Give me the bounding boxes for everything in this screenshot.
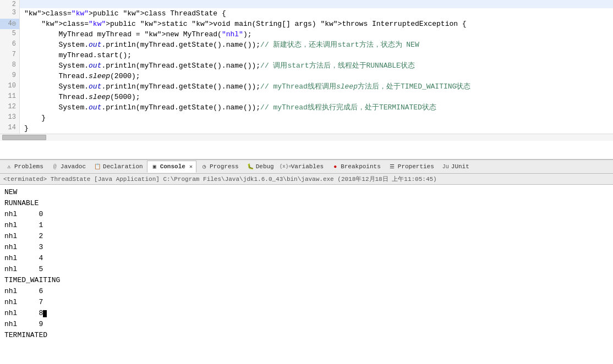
code-content: System.out.println(myThread.getState().n… bbox=[20, 40, 613, 50]
line-number: 4◎ bbox=[0, 19, 20, 29]
code-content: MyThread myThread = "kw">new MyThread("n… bbox=[20, 29, 613, 40]
line-number: 14 bbox=[0, 123, 20, 134]
code-row: 7 myThread.start(); bbox=[0, 50, 613, 60]
progress-tab-icon: ◷ bbox=[200, 163, 208, 170]
code-content bbox=[20, 0, 613, 8]
code-row: 10 System.out.println(myThread.getState(… bbox=[0, 81, 613, 92]
variables-tab-icon: (x)= bbox=[282, 163, 289, 170]
tab-properties[interactable]: ☰Properties bbox=[385, 161, 438, 173]
code-content: Thread.sleep(2000); bbox=[20, 71, 613, 81]
tab-breakpoints[interactable]: ●Breakpoints bbox=[327, 161, 385, 173]
tab-junit[interactable]: JuJUnit bbox=[438, 161, 473, 173]
line-number: 3 bbox=[0, 8, 20, 19]
code-row: 2 bbox=[0, 0, 613, 8]
code-row: 14} bbox=[0, 123, 613, 134]
line-number: 13 bbox=[0, 113, 20, 123]
console-tab-label: Console bbox=[160, 163, 185, 170]
tab-javadoc[interactable]: @Javadoc bbox=[47, 161, 90, 173]
code-content: "kw">class="kw">public "kw">static "kw">… bbox=[20, 19, 613, 29]
console-line: nhl 1 bbox=[4, 220, 609, 231]
code-content: System.out.println(myThread.getState().n… bbox=[20, 60, 613, 71]
horizontal-scrollbar[interactable] bbox=[0, 134, 613, 141]
code-content: } bbox=[20, 113, 613, 123]
javadoc-tab-label: Javadoc bbox=[61, 163, 86, 170]
progress-tab-label: Progress bbox=[210, 163, 239, 170]
line-number: 10 bbox=[0, 81, 20, 92]
variables-tab-label: Variables bbox=[291, 163, 324, 170]
tab-debug[interactable]: 🐛Debug bbox=[243, 161, 278, 173]
debug-tab-icon: 🐛 bbox=[247, 163, 254, 170]
console-line: nhl 0 bbox=[4, 209, 609, 220]
console-line: nhl 7 bbox=[4, 297, 609, 308]
line-number: 9 bbox=[0, 71, 20, 81]
code-row: 12 System.out.println(myThread.getState(… bbox=[0, 102, 613, 113]
line-number: 11 bbox=[0, 92, 20, 102]
properties-tab-icon: ☰ bbox=[388, 163, 396, 170]
code-row: 11 Thread.sleep(5000); bbox=[0, 92, 613, 102]
line-number: 12 bbox=[0, 102, 20, 113]
code-row: 9 Thread.sleep(2000); bbox=[0, 71, 613, 81]
close-tab-icon[interactable]: ✕ bbox=[189, 163, 193, 170]
line-number: 8 bbox=[0, 60, 20, 71]
console-line: nhl 2 bbox=[4, 231, 609, 242]
breakpoints-tab-icon: ● bbox=[331, 163, 339, 170]
console-line: TIMED_WAITING bbox=[4, 275, 609, 286]
declaration-tab-icon: 📋 bbox=[94, 163, 101, 170]
tab-declaration[interactable]: 📋Declaration bbox=[90, 161, 147, 173]
code-row: 8 System.out.println(myThread.getState()… bbox=[0, 60, 613, 71]
tab-bar: ⚠Problems@Javadoc📋Declaration▣Console✕◷P… bbox=[0, 159, 613, 174]
tab-console[interactable]: ▣Console✕ bbox=[147, 161, 196, 173]
text-cursor bbox=[43, 310, 47, 317]
declaration-tab-label: Declaration bbox=[103, 163, 143, 170]
code-content: System.out.println(myThread.getState().n… bbox=[20, 81, 613, 92]
tab-progress[interactable]: ◷Progress bbox=[196, 161, 243, 173]
debug-tab-label: Debug bbox=[256, 163, 274, 170]
line-number: 7 bbox=[0, 50, 20, 60]
console-line: nhl 6 bbox=[4, 286, 609, 297]
problems-tab-label: Problems bbox=[14, 163, 43, 170]
tab-problems[interactable]: ⚠Problems bbox=[1, 161, 47, 173]
console-tab-icon: ▣ bbox=[151, 163, 158, 170]
code-content: myThread.start(); bbox=[20, 50, 613, 60]
code-content: Thread.sleep(5000); bbox=[20, 92, 613, 102]
line-number: 6 bbox=[0, 40, 20, 50]
scrollbar-thumb[interactable] bbox=[2, 135, 46, 140]
code-content: System.out.println(myThread.getState().n… bbox=[20, 102, 613, 113]
breakpoints-tab-label: Breakpoints bbox=[341, 163, 381, 170]
code-content: } bbox=[20, 123, 613, 134]
properties-tab-label: Properties bbox=[398, 163, 434, 170]
code-row: 4◎ "kw">class="kw">public "kw">static "k… bbox=[0, 19, 613, 29]
console-line: nhl 3 bbox=[4, 242, 609, 253]
console-line: nhl 5 bbox=[4, 264, 609, 275]
console-line: nhl 9 bbox=[4, 319, 609, 330]
console-line: RUNNABLE bbox=[4, 198, 609, 209]
javadoc-tab-icon: @ bbox=[51, 163, 59, 170]
console-line: TERMINATED bbox=[4, 330, 609, 341]
code-row: 5 MyThread myThread = "kw">new MyThread(… bbox=[0, 29, 613, 40]
line-number: 5 bbox=[0, 29, 20, 40]
console-output: NEWRUNNABLEnhl 0nhl 1nhl 2nhl 3nhl 4nhl … bbox=[0, 185, 613, 357]
tab-variables[interactable]: (x)=Variables bbox=[278, 161, 327, 173]
code-row: 13 } bbox=[0, 113, 613, 123]
console-line: nhl 4 bbox=[4, 253, 609, 264]
code-row: 3"kw">class="kw">public "kw">class Threa… bbox=[0, 8, 613, 19]
junit-tab-label: JUnit bbox=[451, 163, 469, 170]
code-row: 6 System.out.println(myThread.getState()… bbox=[0, 40, 613, 50]
status-text: <terminated> ThreadState [Java Applicati… bbox=[3, 175, 437, 183]
status-bar: <terminated> ThreadState [Java Applicati… bbox=[0, 174, 613, 185]
junit-tab-icon: Ju bbox=[442, 163, 450, 170]
console-line: NEW bbox=[4, 187, 609, 198]
code-editor: 23"kw">class="kw">public "kw">class Thre… bbox=[0, 0, 613, 159]
code-content: "kw">class="kw">public "kw">class Thread… bbox=[20, 8, 613, 19]
line-number: 2 bbox=[0, 0, 20, 8]
console-line: nhl 8 bbox=[4, 308, 609, 319]
problems-tab-icon: ⚠ bbox=[5, 163, 13, 170]
